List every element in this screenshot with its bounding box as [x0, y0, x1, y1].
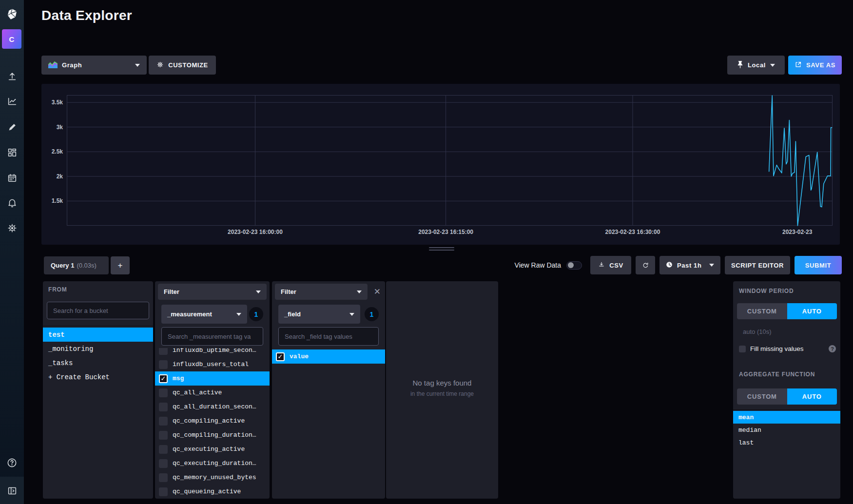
- checkbox-icon[interactable]: [159, 348, 168, 355]
- bucket-search-input[interactable]: [47, 302, 149, 319]
- export-icon: [795, 61, 802, 70]
- expand-sidebar-icon[interactable]: [0, 483, 24, 499]
- filter-type-dropdown[interactable]: Filter: [158, 284, 267, 300]
- checkbox-icon[interactable]: [159, 403, 168, 411]
- checkbox-icon[interactable]: [159, 388, 168, 397]
- csv-button[interactable]: CSV: [590, 256, 631, 274]
- window-period-mode-toggle[interactable]: CUSTOM AUTO: [737, 303, 837, 319]
- chevron-down-icon: [256, 291, 261, 293]
- chevron-down-icon: [709, 264, 714, 267]
- script-editor-button[interactable]: SCRIPT EDITOR: [725, 256, 790, 274]
- customize-button[interactable]: CUSTOMIZE: [149, 56, 216, 75]
- csv-label: CSV: [609, 262, 623, 269]
- add-query-button[interactable]: +: [111, 256, 130, 274]
- field-item[interactable]: ✓value: [272, 349, 385, 364]
- bucket-item[interactable]: test: [43, 328, 153, 342]
- view-raw-data-label: View Raw Data: [515, 261, 561, 269]
- measurement-key-label: _measurement: [167, 310, 212, 318]
- auto-option[interactable]: AUTO: [787, 303, 837, 319]
- query-tab[interactable]: Query 1 (0.03s): [44, 256, 109, 274]
- alerts-bell-icon[interactable]: [0, 194, 24, 211]
- upload-icon[interactable]: [0, 68, 24, 85]
- resize-drag-handle[interactable]: [429, 247, 454, 252]
- checkbox-checked-icon[interactable]: ✓: [276, 352, 285, 361]
- view-raw-data-toggle[interactable]: [566, 261, 582, 270]
- filter-type-dropdown[interactable]: Filter: [275, 284, 368, 300]
- local-label: Local: [748, 61, 766, 69]
- measurement-item-label: influxdb_users_total: [173, 361, 249, 368]
- checkbox-icon[interactable]: [159, 473, 168, 482]
- time-range-dropdown[interactable]: Past 1h: [659, 256, 720, 274]
- influxdb-logo-icon[interactable]: [0, 6, 24, 22]
- sidebar: C: [0, 0, 24, 504]
- measurement-item[interactable]: qc_executing_active: [155, 442, 270, 456]
- measurement-search-input[interactable]: [161, 327, 263, 346]
- checkbox-icon[interactable]: [159, 360, 168, 369]
- bucket-list: test_monitoring_tasks+ Create Bucket: [43, 328, 153, 499]
- aggregate-function-item[interactable]: median: [733, 424, 840, 436]
- submit-button[interactable]: SUBMIT: [795, 256, 842, 274]
- measurement-item[interactable]: ✓msg: [155, 371, 270, 386]
- fill-missing-label: Fill missing values: [750, 345, 804, 352]
- measurement-item[interactable]: qc_compiling_duration…: [155, 428, 270, 442]
- measurement-item[interactable]: qc_memory_unused_bytes: [155, 470, 270, 485]
- field-search-input[interactable]: [278, 327, 379, 346]
- bucket-item[interactable]: _tasks: [43, 356, 153, 370]
- chart-plot-area[interactable]: [67, 95, 833, 226]
- refresh-button[interactable]: [636, 256, 655, 274]
- function-list: meanmedianlast: [733, 411, 840, 499]
- field-filter-panel: Filter ✕ _field 1 ✓value: [272, 281, 385, 499]
- create-bucket-button[interactable]: + Create Bucket: [43, 370, 153, 384]
- aggregate-mode-toggle[interactable]: CUSTOM AUTO: [737, 388, 837, 405]
- tag-keys-panel: No tag keys found in the current time ra…: [386, 281, 498, 499]
- data-explorer-icon[interactable]: [0, 93, 24, 110]
- query-options-panel: WINDOW PERIOD CUSTOM AUTO auto (10s) Fil…: [733, 281, 840, 499]
- measurement-item-label: qc_all_active: [173, 389, 222, 396]
- custom-option[interactable]: CUSTOM: [737, 388, 787, 405]
- measurement-item[interactable]: qc_compiling_active: [155, 414, 270, 428]
- measurement-item[interactable]: qc_all_active: [155, 386, 270, 400]
- notebooks-icon[interactable]: [0, 119, 24, 136]
- measurement-item[interactable]: qc_all_duration_secon…: [155, 400, 270, 414]
- customize-label: CUSTOMIZE: [168, 61, 208, 69]
- save-as-button[interactable]: SAVE AS: [788, 56, 842, 75]
- help-question-icon[interactable]: ?: [829, 345, 836, 352]
- help-icon[interactable]: [0, 454, 24, 471]
- filter-title: Filter: [281, 288, 296, 295]
- local-time-dropdown[interactable]: Local: [727, 56, 785, 75]
- measurement-filter-panel: Filter _measurement 1 influxdb_uptime_se…: [155, 281, 270, 499]
- custom-option[interactable]: CUSTOM: [737, 303, 787, 319]
- field-item-label: value: [290, 353, 309, 360]
- save-as-label: SAVE AS: [806, 61, 835, 69]
- settings-gear-icon[interactable]: [0, 220, 24, 236]
- aggregate-function-item[interactable]: mean: [733, 411, 840, 424]
- checkbox-icon[interactable]: [159, 431, 168, 440]
- field-list: ✓value: [272, 349, 385, 499]
- measurement-item[interactable]: qc_queueing_active: [155, 485, 270, 499]
- bucket-item[interactable]: _monitoring: [43, 342, 153, 356]
- y-axis-tick-label: 3k: [41, 124, 63, 131]
- close-icon[interactable]: ✕: [374, 287, 381, 296]
- measurement-key-dropdown[interactable]: _measurement: [161, 305, 247, 324]
- checkbox-icon[interactable]: [159, 445, 168, 454]
- tasks-calendar-icon[interactable]: [0, 170, 24, 186]
- dashboards-icon[interactable]: [0, 144, 24, 161]
- field-key-dropdown[interactable]: _field: [278, 305, 360, 324]
- x-axis-tick-label: 2023-02-23 16:30:00: [605, 229, 660, 235]
- visualization-type-dropdown[interactable]: Graph: [41, 56, 147, 75]
- aggregate-function-item[interactable]: last: [733, 436, 840, 449]
- checkbox-icon[interactable]: [159, 487, 168, 496]
- measurement-item[interactable]: qc_executing_duration…: [155, 456, 270, 470]
- aggregate-function-title: AGGREGATE FUNCTION: [739, 371, 815, 378]
- download-icon: [598, 261, 605, 270]
- measurement-item[interactable]: influxdb_users_total: [155, 357, 270, 371]
- checkbox-icon[interactable]: [159, 417, 168, 426]
- measurement-item[interactable]: influxdb_uptime_secon…: [155, 348, 270, 357]
- time-range-label: Past 1h: [677, 262, 705, 269]
- org-avatar[interactable]: C: [2, 29, 21, 49]
- fill-missing-checkbox[interactable]: [739, 346, 746, 352]
- checkbox-checked-icon[interactable]: ✓: [159, 374, 168, 383]
- checkbox-icon[interactable]: [159, 459, 168, 468]
- measurement-item-label: influxdb_uptime_secon…: [173, 348, 256, 354]
- auto-option[interactable]: AUTO: [787, 388, 837, 405]
